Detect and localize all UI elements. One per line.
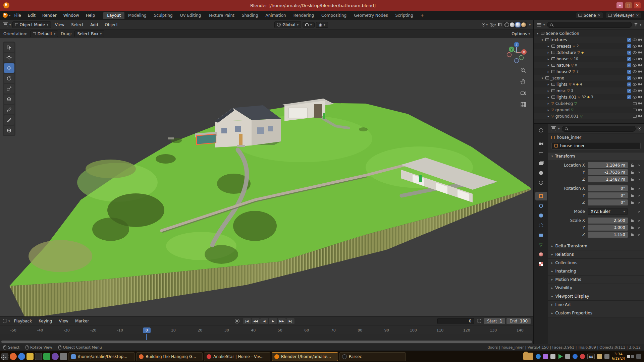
shading-solid-icon[interactable] (510, 22, 515, 27)
outliner-row-cubefog[interactable]: ▸ ▽ CubeFog ▽ (534, 100, 644, 107)
3d-viewport[interactable]: Z Y X (0, 38, 533, 316)
taskbar-window-parsec[interactable]: Parsec (339, 352, 406, 361)
window-titlebar[interactable]: Blender [/home/amalie/Desktop/blender/ba… (0, 0, 644, 11)
menu-playback[interactable]: Playback (11, 318, 35, 324)
tool-cursor[interactable] (4, 53, 14, 62)
collection-checkbox[interactable] (627, 70, 631, 74)
hide-in-viewport-icon[interactable] (633, 115, 637, 118)
workspace-tab-layout[interactable]: Layout (103, 12, 124, 19)
disable-in-renders-icon[interactable] (638, 70, 642, 73)
hide-in-viewport-icon[interactable] (633, 83, 637, 86)
expander-icon[interactable]: ▸ (547, 57, 550, 61)
expander-icon[interactable]: ▾ (536, 32, 539, 35)
outliner-row-ground[interactable]: ▸ ▽ ground ▽ (534, 107, 644, 113)
blender-menu-icon[interactable] (3, 13, 8, 18)
menu-select[interactable]: Select (68, 21, 86, 28)
outliner-row-scene-collection[interactable]: ▾ Scene Collection (534, 30, 644, 37)
hide-in-viewport-icon[interactable] (633, 77, 637, 79)
options-dropdown[interactable]: Options ▾ (512, 32, 530, 36)
section-viewport-display[interactable]: ▸Viewport Display (548, 292, 644, 301)
timeline-editor-icon[interactable] (3, 319, 7, 323)
tab-material[interactable] (535, 250, 547, 259)
collection-checkbox[interactable] (627, 38, 631, 42)
taskbar-window-vivaldi[interactable]: AnalieStar | Home - Viv... (204, 352, 270, 361)
animate-dot[interactable] (638, 165, 640, 166)
gizmo-y-axis[interactable]: Y (510, 48, 513, 51)
scale-y-field[interactable]: 3.000 (588, 225, 628, 231)
properties-editor-icon[interactable] (551, 126, 556, 131)
expander-icon[interactable]: ▸ (547, 102, 550, 105)
tab-view-layer[interactable] (535, 159, 547, 168)
play-reverse-button[interactable]: ◀ (260, 318, 268, 324)
tool-measure[interactable] (4, 115, 14, 125)
shading-wireframe-icon[interactable] (504, 22, 509, 27)
section-relations[interactable]: ▸Relations (548, 250, 644, 259)
expander-icon[interactable]: ▸ (547, 89, 550, 93)
tab-tool[interactable] (535, 126, 547, 135)
printer-tray-icon[interactable] (565, 354, 570, 359)
web-app-icon[interactable] (18, 353, 25, 360)
menu-add[interactable]: Add (88, 21, 101, 28)
recording-tray-icon[interactable] (580, 354, 585, 359)
current-frame-indicator[interactable]: 0 (133, 328, 160, 334)
keyboard-layout-indicator[interactable]: us (587, 354, 595, 359)
expander-icon[interactable]: ▸ (547, 96, 550, 99)
animate-dot[interactable] (638, 202, 640, 203)
workspace-pager[interactable] (627, 355, 634, 358)
playhead[interactable] (146, 334, 147, 340)
outliner-row-scene[interactable]: ▾ _scene (534, 75, 644, 81)
snapping-dropdown[interactable]: ▾ (303, 22, 315, 27)
play-button[interactable]: ▶ (269, 318, 277, 324)
navigation-gizmo[interactable]: Z Y X (504, 41, 529, 65)
workspace-tab-modeling[interactable]: Modeling (124, 12, 150, 19)
disable-in-renders-icon[interactable] (638, 39, 642, 41)
scale-x-field[interactable]: 2.500 (588, 218, 628, 224)
jump-next-keyframe-button[interactable]: ▶▶ (278, 318, 286, 324)
pin-id-icon[interactable] (638, 127, 641, 130)
tool-add-cube[interactable] (4, 126, 14, 135)
tab-object-data[interactable]: ▽ (535, 240, 547, 249)
disable-in-renders-icon[interactable] (638, 83, 642, 86)
gizmo-x-axis[interactable]: X (523, 51, 525, 54)
object-name-field[interactable]: house_inner (551, 142, 641, 149)
animate-dot[interactable] (638, 211, 640, 213)
auto-keying-button[interactable]: ● (235, 319, 239, 323)
menu-file[interactable]: File (11, 12, 24, 19)
workspace-tab-uv-editing[interactable]: UV Editing (176, 12, 205, 19)
location-y-field[interactable]: -1.7636 m (588, 169, 628, 175)
section-collections[interactable]: ▸Collections (548, 259, 644, 267)
taskbar-window-firefox[interactable]: Building the Hanging G... (136, 352, 203, 361)
rotation-x-field[interactable]: 0° (588, 185, 628, 191)
section-instancing[interactable]: ▸Instancing (548, 267, 644, 276)
toggle-xray-icon[interactable] (498, 23, 501, 26)
close-button[interactable]: × (634, 2, 641, 8)
menu-render[interactable]: Render (39, 12, 60, 19)
lock-icon[interactable] (631, 165, 634, 167)
menu-help[interactable]: Help (83, 12, 98, 19)
expander-icon[interactable]: ▾ (541, 38, 544, 42)
tab-constraints[interactable] (535, 231, 547, 239)
remove-viewlayer-icon[interactable]: × (636, 13, 639, 17)
lock-icon[interactable] (631, 172, 634, 174)
hide-in-viewport-icon[interactable] (633, 89, 637, 92)
expander-icon[interactable]: ▸ (547, 115, 550, 118)
terminal-icon[interactable] (35, 353, 42, 360)
drag-dropdown[interactable]: Select Box ▾ (74, 31, 104, 37)
rotation-z-field[interactable]: 0° (588, 199, 628, 205)
animate-dot[interactable] (638, 179, 640, 180)
lock-icon[interactable] (631, 195, 634, 197)
tool-select-box[interactable] (4, 43, 14, 52)
timeline-track[interactable] (0, 334, 533, 344)
outliner-row-nature[interactable]: ▸ nature ▽ 8 (534, 62, 644, 68)
shading-rendered-icon[interactable] (521, 22, 526, 27)
jump-to-end-button[interactable]: ▶| (286, 318, 294, 324)
menu-window[interactable]: Window (60, 12, 82, 19)
collection-checkbox[interactable] (627, 82, 631, 86)
files-icon[interactable] (26, 353, 34, 360)
taskbar-window-blender[interactable]: Blender [/home/amalie... (272, 352, 338, 361)
tool-scale[interactable] (4, 84, 14, 94)
rotation-y-field[interactable]: 0° (588, 192, 628, 198)
workspace-tab-texture-paint[interactable]: Texture Paint (205, 12, 238, 19)
workspace-tab-geometry-nodes[interactable]: Geometry Nodes (350, 12, 391, 19)
hide-in-viewport-icon[interactable] (633, 51, 637, 54)
